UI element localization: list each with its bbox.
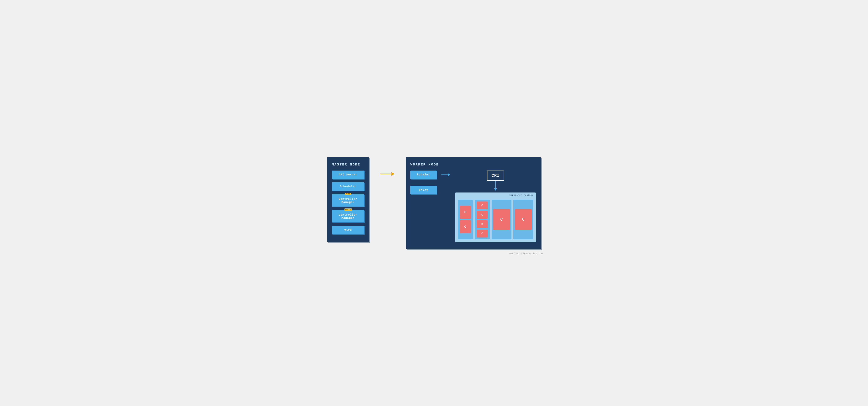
- cloud-badge: CLOUD: [344, 209, 352, 211]
- pods-row: C C C C C C: [458, 199, 533, 240]
- runtime-label: Container runtime: [509, 194, 534, 196]
- master-node: MASTER NODE API Server Scheduler KUBE Co…: [327, 157, 369, 242]
- controller-manager-kube-box: KUBE ControllerManager: [332, 194, 364, 207]
- container-2-2: C: [477, 211, 488, 219]
- vert-arrow-head: [494, 188, 497, 191]
- api-server-label: API Server: [339, 173, 357, 176]
- kube-badge: KUBE: [345, 193, 351, 195]
- blue-arrow-head: [448, 173, 450, 176]
- scheduler-label: Scheduler: [339, 185, 356, 188]
- master-node-title: MASTER NODE: [332, 163, 364, 166]
- worker-node: WORKER NODE kubelet proxy: [406, 157, 541, 249]
- pod-2: C C C C: [475, 199, 490, 240]
- container-4-1: C: [515, 209, 532, 230]
- vert-arrow-line: [495, 181, 496, 188]
- container-3-1: C: [493, 209, 510, 230]
- proxy-label: proxy: [419, 188, 428, 192]
- worker-layout: kubelet proxy CRI: [410, 170, 536, 242]
- yellow-arrow-line: [380, 174, 392, 174]
- controller-manager-kube-label: ControllerManager: [339, 197, 357, 204]
- runtime-area: Container runtime C C C C C: [455, 192, 536, 242]
- kubelet-label: kubelet: [417, 173, 430, 176]
- api-to-kubelet-arrow: [380, 157, 395, 176]
- cri-runtime-col: CRI Container runtime C: [455, 170, 536, 242]
- container-1-2: C: [460, 220, 471, 233]
- pod-3: C: [492, 199, 512, 240]
- diagram-container: MASTER NODE API Server Scheduler KUBE Co…: [327, 157, 541, 249]
- blue-arrow-line: [441, 175, 448, 175]
- kubelet-to-cri-arrow: [438, 170, 453, 176]
- scheduler-box: Scheduler: [332, 182, 364, 191]
- watermark: www.learncloudnative.com: [509, 252, 543, 255]
- container-2-1: C: [477, 201, 488, 209]
- api-server-box: API Server: [332, 170, 364, 179]
- pod-1: C C: [458, 199, 473, 240]
- container-2-4: C: [477, 230, 488, 238]
- diagram-wrapper: MASTER NODE API Server Scheduler KUBE Co…: [321, 150, 547, 256]
- container-1-1: C: [460, 206, 471, 219]
- blue-horiz-arrow: [441, 173, 450, 176]
- yellow-arrow: [380, 172, 395, 176]
- proxy-box: proxy: [410, 186, 437, 194]
- etcd-label: etcd: [344, 228, 352, 231]
- yellow-arrow-head: [392, 172, 395, 176]
- kubelet-proxy-col: kubelet proxy: [410, 170, 437, 195]
- kubelet-box: kubelet: [410, 170, 437, 179]
- etcd-box: etcd: [332, 226, 364, 234]
- pod-4: C: [513, 199, 533, 240]
- worker-node-title: WORKER NODE: [410, 163, 536, 166]
- controller-manager-cloud-label: ControllerManager: [339, 213, 357, 220]
- cri-to-runtime-arrow: [494, 181, 497, 191]
- container-2-3: C: [477, 220, 488, 228]
- controller-manager-cloud-box: CLOUD ControllerManager: [332, 210, 364, 222]
- cri-label: CRI: [492, 174, 500, 178]
- cri-box: CRI: [487, 170, 504, 181]
